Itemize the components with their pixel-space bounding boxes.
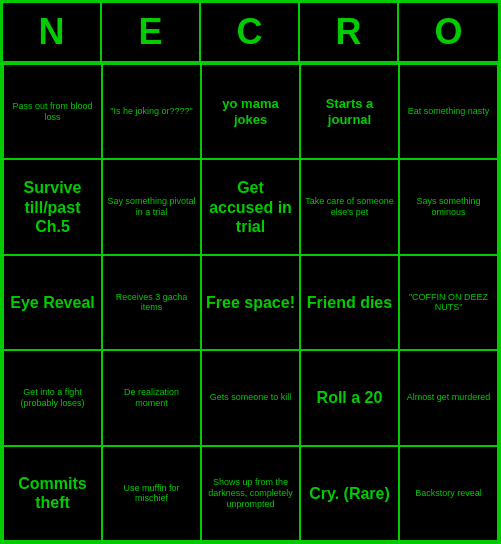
cell-r3c3[interactable]: Free space! (201, 255, 300, 350)
cell-r5c5[interactable]: Backstory reveal (399, 446, 498, 541)
cell-r2c3[interactable]: Get accused in trial (201, 159, 300, 254)
header-r: R (300, 3, 399, 61)
cell-r4c5[interactable]: Almost get murdered (399, 350, 498, 445)
header-e: E (102, 3, 201, 61)
header-o: O (399, 3, 498, 61)
cell-r5c4[interactable]: Cry. (Rare) (300, 446, 399, 541)
cell-r1c1[interactable]: Pass out from blood loss (3, 64, 102, 159)
cell-r4c4[interactable]: Roll a 20 (300, 350, 399, 445)
cell-r5c3[interactable]: Shows up from the darkness, completely u… (201, 446, 300, 541)
bingo-header: N E C R O (3, 3, 498, 64)
cell-r3c4[interactable]: Friend dies (300, 255, 399, 350)
cell-r3c2[interactable]: Receives 3 gacha items (102, 255, 201, 350)
cell-r1c3[interactable]: yo mama jokes (201, 64, 300, 159)
cell-r2c4[interactable]: Take care of someone else's pet (300, 159, 399, 254)
bingo-card: N E C R O Pass out from blood loss "Is h… (0, 0, 501, 544)
cell-r2c1[interactable]: Survive till/past Ch.5 (3, 159, 102, 254)
cell-r1c5[interactable]: Eat something nasty (399, 64, 498, 159)
cell-r5c1[interactable]: Commits theft (3, 446, 102, 541)
cell-r1c4[interactable]: Starts a journal (300, 64, 399, 159)
cell-r3c1[interactable]: Eye Reveal (3, 255, 102, 350)
header-c: C (201, 3, 300, 61)
cell-r4c2[interactable]: De realization moment (102, 350, 201, 445)
cell-r5c2[interactable]: Use muffin for mischief (102, 446, 201, 541)
cell-r2c5[interactable]: Says something ominous (399, 159, 498, 254)
cell-r1c2[interactable]: "Is he joking or????" (102, 64, 201, 159)
header-n: N (3, 3, 102, 61)
cell-r3c5[interactable]: "COFFIN ON DEEZ NUTS" (399, 255, 498, 350)
cell-r4c1[interactable]: Get into a fight (probably loses) (3, 350, 102, 445)
bingo-grid: Pass out from blood loss "Is he joking o… (3, 64, 498, 541)
cell-r2c2[interactable]: Say something pivotal in a trial (102, 159, 201, 254)
cell-r4c3[interactable]: Gets someone to kill (201, 350, 300, 445)
